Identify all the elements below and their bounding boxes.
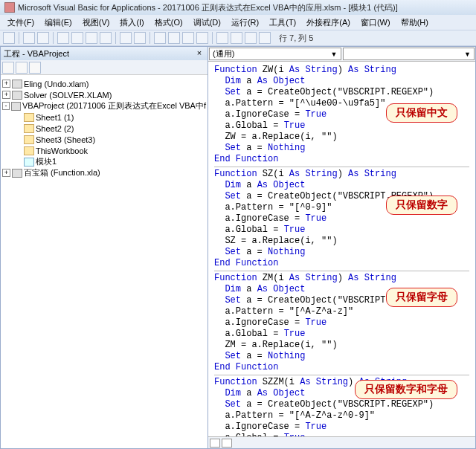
expand-icon[interactable]: + <box>2 80 10 88</box>
tree-label: Solver (SOLVER.XLAM) <box>24 91 112 100</box>
tool-proj-explorer[interactable] <box>216 32 228 44</box>
sh-icon <box>24 113 34 122</box>
tool-find[interactable] <box>100 32 112 44</box>
annotation-callout: 只保留数字 <box>386 196 457 215</box>
tree-node[interactable]: Sheet2 (2) <box>2 123 206 134</box>
menu-item[interactable]: 窗口(W) <box>356 16 395 30</box>
function-block[interactable]: Function SZ(i As String) As String Dim a… <box>214 169 469 269</box>
tree-node[interactable]: +Eling (Undo.xlam) <box>2 78 206 89</box>
tool-copy[interactable] <box>71 32 83 44</box>
project-toolbar <box>1 60 208 75</box>
title-bar: Microsoft Visual Basic for Applications … <box>0 0 476 15</box>
tool-reset[interactable] <box>182 32 194 44</box>
tool-obj-browser[interactable] <box>245 32 257 44</box>
chevron-down-icon: ▼ <box>331 51 338 58</box>
menu-item[interactable]: 外接程序(A) <box>302 16 355 30</box>
code-editor[interactable]: Function ZW(i As String) As String Dim a… <box>208 62 475 436</box>
sh-icon <box>24 124 34 133</box>
close-icon[interactable]: × <box>194 48 205 59</box>
tool-break[interactable] <box>168 32 180 44</box>
project-explorer-title: 工程 - VBAProject × <box>1 47 208 60</box>
tree-node[interactable]: +百宝箱 (Function.xla) <box>2 167 206 178</box>
menu-item[interactable]: 调试(D) <box>189 16 225 30</box>
tool-save[interactable] <box>37 32 49 44</box>
annotation-callout: 只保留中文 <box>386 103 457 123</box>
tree-label: ThisWorkbook <box>36 146 88 155</box>
menu-bar: 文件(F)编辑(E)视图(V)插入(I)格式(O)调试(D)运行(R)工具(T)… <box>0 15 476 30</box>
menu-item[interactable]: 运行(R) <box>227 16 263 30</box>
tree-label: Sheet3 (Sheet3) <box>36 135 95 144</box>
menu-item[interactable]: 帮助(H) <box>396 16 433 30</box>
tree-node[interactable]: Sheet1 (1) <box>2 112 206 123</box>
code-view-buttons <box>208 436 475 448</box>
toggle-folders-button[interactable] <box>29 62 41 74</box>
toolbar: 行 7, 列 5 <box>0 30 476 46</box>
object-combo[interactable]: (通用) ▼ <box>209 48 341 60</box>
tree-label: Eling (Undo.xlam) <box>24 80 89 88</box>
expand-icon[interactable]: - <box>2 102 10 110</box>
chevron-down-icon: ▼ <box>464 51 471 58</box>
tool-design[interactable] <box>196 32 208 44</box>
tool-cut[interactable] <box>57 32 69 44</box>
tree-label: 百宝箱 (Function.xla) <box>24 167 100 178</box>
menu-item[interactable]: 文件(F) <box>3 16 39 30</box>
tree-label: 模块1 <box>36 156 57 167</box>
annotation-callout: 只保留数字和字母 <box>355 380 457 399</box>
tool-view-excel[interactable] <box>3 32 15 44</box>
prj-icon <box>12 169 22 178</box>
tool-paste[interactable] <box>86 32 97 44</box>
tree-node[interactable]: +Solver (SOLVER.XLAM) <box>2 89 206 100</box>
menu-item[interactable]: 编辑(E) <box>40 16 77 30</box>
project-tree[interactable]: +Eling (Undo.xlam)+Solver (SOLVER.XLAM)-… <box>1 75 208 448</box>
procedure-combo[interactable]: ▼ <box>343 48 475 60</box>
window-title: Microsoft Visual Basic for Applications … <box>18 2 398 13</box>
tool-run[interactable] <box>154 32 166 44</box>
sh-icon <box>24 146 34 155</box>
annotation-callout: 只保留字母 <box>386 288 457 307</box>
menu-item[interactable]: 插入(I) <box>115 16 148 30</box>
tree-node[interactable]: -VBAProject (20171006 正则表达式在Excel VBA中f <box>2 100 206 112</box>
view-object-button[interactable] <box>16 62 28 74</box>
cursor-position: 行 7, 列 5 <box>279 33 313 44</box>
prj-icon <box>12 91 22 100</box>
project-explorer: 工程 - VBAProject × +Eling (Undo.xlam)+Sol… <box>0 46 208 449</box>
tree-label: Sheet2 (2) <box>36 124 74 133</box>
tree-label: VBAProject (20171006 正则表达式在Excel VBA中f <box>22 100 206 112</box>
tree-label: Sheet1 (1) <box>36 113 74 122</box>
tool-undo[interactable] <box>120 32 132 44</box>
procedure-view-button[interactable] <box>210 439 220 448</box>
tool-insert[interactable] <box>23 32 35 44</box>
menu-item[interactable]: 视图(V) <box>78 16 115 30</box>
menu-item[interactable]: 工具(T) <box>265 16 300 30</box>
full-module-view-button[interactable] <box>222 439 232 448</box>
tree-node[interactable]: ThisWorkbook <box>2 145 206 156</box>
view-code-button[interactable] <box>2 62 14 74</box>
prj-icon <box>12 80 22 88</box>
tree-node[interactable]: Sheet3 (Sheet3) <box>2 134 206 145</box>
tool-redo[interactable] <box>134 32 146 44</box>
tool-props[interactable] <box>231 32 242 44</box>
menu-item[interactable]: 格式(O) <box>150 16 187 30</box>
tool-toolbox[interactable] <box>259 32 271 44</box>
app-icon <box>4 2 15 13</box>
sh-icon <box>24 135 34 144</box>
mod-icon <box>24 158 34 167</box>
tree-node[interactable]: 模块1 <box>2 156 206 167</box>
expand-icon[interactable]: + <box>2 91 10 99</box>
prj-icon <box>11 102 21 111</box>
expand-icon[interactable]: + <box>2 169 10 177</box>
code-pane: (通用) ▼ ▼ Function ZW(i As String) As Str… <box>208 46 476 449</box>
